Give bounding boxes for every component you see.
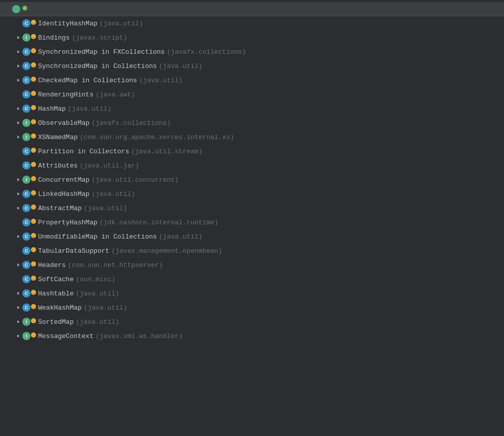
expand-arrow-icon[interactable] xyxy=(14,304,22,312)
class-icon: C xyxy=(22,161,30,170)
item-name: SynchronizedMap in FXCollections xyxy=(38,48,165,56)
interface-icon: I xyxy=(22,318,30,326)
class-icon: C xyxy=(22,76,30,84)
tree-row[interactable]: I🔒XSNamedMap(com.sun.org.apache.xerces.i… xyxy=(0,130,504,144)
class-icon: C xyxy=(22,147,30,155)
lock-badge: 🔒 xyxy=(31,77,36,82)
tree-items-container: C🔒IdentityHashMap(java.util)I🔒Bindings(j… xyxy=(0,16,504,343)
tree-row[interactable]: C🔒CheckedMap in Collections(java.util) xyxy=(0,73,504,87)
item-context: (java.util) xyxy=(91,190,135,198)
item-context: (javax.xml.ws.handler) xyxy=(95,332,183,340)
lock-badge: 🔒 xyxy=(31,105,36,110)
class-icon: C xyxy=(22,190,30,198)
expand-arrow-icon[interactable] xyxy=(14,204,22,212)
expand-arrow-icon[interactable] xyxy=(14,332,22,340)
item-context: (java.util.jar) xyxy=(80,162,139,170)
tree-row[interactable]: C🔒IdentityHashMap(java.util) xyxy=(0,16,504,30)
type-icon-group: C🔒 xyxy=(22,232,36,241)
interface-icon: I xyxy=(22,133,30,141)
tree-row[interactable]: I🔒SortedMap(java.util) xyxy=(0,315,504,329)
class-icon: C xyxy=(22,275,30,283)
lock-badge: 🔒 xyxy=(31,119,36,124)
item-name: LinkedHashMap xyxy=(38,190,89,198)
tree-row[interactable]: I🔒MessageContext(javax.xml.ws.handler) xyxy=(0,329,504,343)
tree-row[interactable]: C🔒SynchronizedMap in Collections(java.ut… xyxy=(0,59,504,73)
item-context: (java.util) xyxy=(84,304,127,312)
svg-marker-11 xyxy=(17,263,20,266)
class-icon: C xyxy=(22,62,30,70)
svg-marker-13 xyxy=(17,306,20,309)
expand-arrow-icon[interactable] xyxy=(14,105,22,113)
lock-badge: 🔒 xyxy=(31,276,36,281)
tree-row[interactable]: C🔒Headers(com.sun.net.httpserver) xyxy=(0,258,504,272)
expand-arrow-icon[interactable] xyxy=(14,48,22,56)
tree-row[interactable]: C🔒Hashtable(java.util) xyxy=(0,286,504,300)
class-icon: C xyxy=(22,48,30,56)
expand-arrow-icon[interactable] xyxy=(14,176,22,184)
svg-marker-5 xyxy=(17,121,20,124)
tree-row[interactable]: I🔒ObservableMap(javafx.collections) xyxy=(0,116,504,130)
tree-row[interactable]: C🔒TabularDataSupport(javax.management.op… xyxy=(0,244,504,258)
svg-marker-8 xyxy=(17,192,20,195)
item-name: ConcurrentMap xyxy=(38,176,89,184)
svg-marker-4 xyxy=(17,107,20,110)
expand-arrow-icon[interactable] xyxy=(14,133,22,141)
expand-arrow-icon[interactable] xyxy=(14,261,22,269)
tree-row[interactable]: I🔒ConcurrentMap(java.util.concurrent) xyxy=(0,173,504,187)
tree-row[interactable]: C🔒SynchronizedMap in FXCollections(javaf… xyxy=(0,45,504,59)
expand-arrow-icon[interactable] xyxy=(14,289,22,297)
item-name: ObservableMap xyxy=(38,119,89,127)
item-context: (jdk.nashorn.internal.runtime) xyxy=(99,219,218,226)
type-icon-group: C🔒 xyxy=(22,304,36,312)
svg-marker-6 xyxy=(17,136,20,139)
expand-arrow-icon[interactable] xyxy=(14,232,22,241)
type-icon-group: I🔒 xyxy=(22,33,36,42)
expand-arrow-icon xyxy=(14,275,22,283)
lock-badge: 🔒 xyxy=(31,133,36,139)
type-icon-group: C🔒 xyxy=(22,247,36,255)
item-context: (javafx.collections) xyxy=(167,48,246,56)
item-name: UnmodifiableMap in Collections xyxy=(38,233,157,241)
lock-badge: 🔒 xyxy=(31,247,36,252)
type-icon-group: C🔒 xyxy=(22,289,36,297)
tree-header[interactable]: 🔒 xyxy=(0,2,504,16)
expand-arrow-icon[interactable] xyxy=(14,318,22,326)
tree-row[interactable]: C🔒AbstractMap(java.util) xyxy=(0,201,504,215)
type-icon-group: I🔒 xyxy=(22,133,36,141)
item-name: AbstractMap xyxy=(38,205,82,212)
tree-row[interactable]: C🔒LinkedHashMap(java.util) xyxy=(0,187,504,201)
tree-row[interactable]: C🔒PropertyHashMap(jdk.nashorn.internal.r… xyxy=(0,215,504,229)
tree-row[interactable]: C🔒Partition in Collectors(java.util.stre… xyxy=(0,144,504,158)
type-icon-group: C🔒 xyxy=(22,19,36,27)
class-icon: C xyxy=(22,247,30,255)
item-context: (java.util) xyxy=(99,20,143,27)
item-context: (java.util) xyxy=(139,77,183,84)
type-icon-group: C🔒 xyxy=(22,275,36,283)
expand-arrow-icon[interactable] xyxy=(14,190,22,198)
expand-arrow-icon xyxy=(14,218,22,226)
lock-badge: 🔒 xyxy=(31,332,36,338)
item-context: (javafx.collections) xyxy=(91,119,171,127)
item-context: (javax.script) xyxy=(72,34,127,42)
type-icon-group: I🔒 xyxy=(22,176,36,184)
tree-row[interactable]: C🔒SoftCache(sun.misc) xyxy=(0,272,504,286)
expand-arrow-icon[interactable] xyxy=(14,62,22,70)
item-name: Headers xyxy=(38,261,66,269)
tree-row[interactable]: C🔒HashMap(java.util) xyxy=(0,102,504,116)
expand-arrow-icon[interactable] xyxy=(14,119,22,127)
lock-badge: 🔒 xyxy=(31,20,36,25)
expand-arrow-icon[interactable] xyxy=(14,33,22,42)
tree-row[interactable]: C🔒RenderingHints(java.awt) xyxy=(0,87,504,102)
item-name: MessageContext xyxy=(38,332,93,340)
tree-row[interactable]: I🔒Bindings(javax.script) xyxy=(0,30,504,45)
class-icon: C xyxy=(22,204,30,212)
item-context: (com.sun.net.httpserver) xyxy=(68,261,163,269)
tree-row[interactable]: C🔒WeakHashMap(java.util) xyxy=(0,300,504,315)
expand-arrow-icon xyxy=(14,161,22,170)
tree-row[interactable]: C🔒UnmodifiableMap in Collections(java.ut… xyxy=(0,229,504,244)
tree-row[interactable]: C🔒Attributes(java.util.jar) xyxy=(0,158,504,173)
class-icon: C xyxy=(22,289,30,297)
expand-arrow-icon[interactable] xyxy=(14,76,22,84)
class-icon: C xyxy=(22,90,30,98)
item-context: (java.util) xyxy=(159,62,203,70)
